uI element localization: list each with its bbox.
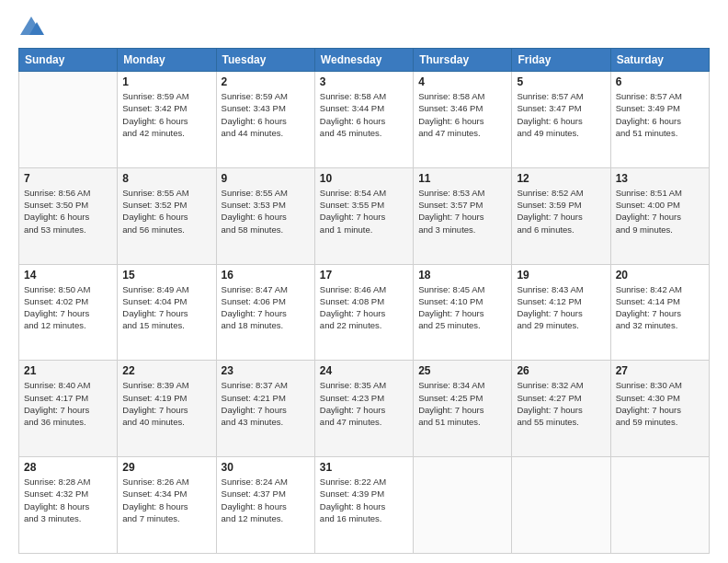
day-number: 1: [122, 75, 210, 88]
calendar-cell: 23Sunrise: 8:37 AM Sunset: 4:21 PM Dayli…: [216, 361, 314, 457]
calendar-cell: 14Sunrise: 8:50 AM Sunset: 4:02 PM Dayli…: [19, 264, 118, 361]
logo: [18, 15, 48, 40]
calendar-cell: 15Sunrise: 8:49 AM Sunset: 4:04 PM Dayli…: [118, 264, 216, 361]
day-info: Sunrise: 8:30 AM Sunset: 4:30 PM Dayligh…: [616, 379, 704, 428]
day-number: 31: [320, 461, 408, 474]
day-info: Sunrise: 8:58 AM Sunset: 3:46 PM Dayligh…: [418, 90, 506, 139]
day-info: Sunrise: 8:32 AM Sunset: 4:27 PM Dayligh…: [517, 379, 605, 428]
day-info: Sunrise: 8:53 AM Sunset: 3:57 PM Dayligh…: [418, 187, 506, 236]
day-number: 24: [320, 364, 408, 377]
calendar-header-tuesday: Tuesday: [216, 49, 314, 72]
day-number: 25: [418, 364, 506, 377]
calendar-cell: 24Sunrise: 8:35 AM Sunset: 4:23 PM Dayli…: [314, 361, 413, 457]
day-info: Sunrise: 8:40 AM Sunset: 4:17 PM Dayligh…: [24, 379, 112, 428]
day-info: Sunrise: 8:58 AM Sunset: 3:44 PM Dayligh…: [320, 90, 408, 139]
day-number: 9: [222, 172, 310, 185]
calendar-cell: 29Sunrise: 8:26 AM Sunset: 4:34 PM Dayli…: [118, 457, 216, 554]
day-number: 2: [222, 75, 310, 88]
day-info: Sunrise: 8:42 AM Sunset: 4:14 PM Dayligh…: [616, 283, 704, 332]
day-info: Sunrise: 8:50 AM Sunset: 4:02 PM Dayligh…: [24, 283, 112, 332]
day-info: Sunrise: 8:51 AM Sunset: 4:00 PM Dayligh…: [616, 187, 704, 236]
day-info: Sunrise: 8:57 AM Sunset: 3:49 PM Dayligh…: [616, 90, 704, 139]
calendar-header-row: SundayMondayTuesdayWednesdayThursdayFrid…: [19, 49, 710, 72]
day-number: 13: [616, 172, 704, 185]
calendar-cell: 27Sunrise: 8:30 AM Sunset: 4:30 PM Dayli…: [610, 361, 709, 457]
day-number: 30: [222, 461, 310, 474]
calendar-header-monday: Monday: [118, 49, 216, 72]
day-number: 10: [320, 172, 408, 185]
calendar-cell: [19, 72, 118, 168]
calendar-cell: 21Sunrise: 8:40 AM Sunset: 4:17 PM Dayli…: [19, 361, 118, 457]
day-info: Sunrise: 8:57 AM Sunset: 3:47 PM Dayligh…: [517, 90, 605, 139]
day-number: 19: [517, 269, 605, 282]
calendar-cell: 10Sunrise: 8:54 AM Sunset: 3:55 PM Dayli…: [314, 167, 413, 264]
calendar-cell: 7Sunrise: 8:56 AM Sunset: 3:50 PM Daylig…: [19, 167, 118, 264]
calendar-cell: [414, 457, 512, 554]
calendar-cell: 25Sunrise: 8:34 AM Sunset: 4:25 PM Dayli…: [414, 361, 512, 457]
calendar-cell: 8Sunrise: 8:55 AM Sunset: 3:52 PM Daylig…: [118, 167, 216, 264]
day-info: Sunrise: 8:49 AM Sunset: 4:04 PM Dayligh…: [122, 283, 210, 332]
day-number: 20: [616, 269, 704, 282]
calendar-cell: 4Sunrise: 8:58 AM Sunset: 3:46 PM Daylig…: [414, 72, 512, 168]
calendar-header-thursday: Thursday: [414, 49, 512, 72]
day-number: 3: [320, 75, 408, 88]
day-number: 21: [24, 364, 112, 377]
day-info: Sunrise: 8:34 AM Sunset: 4:25 PM Dayligh…: [418, 379, 506, 428]
calendar-cell: 31Sunrise: 8:22 AM Sunset: 4:39 PM Dayli…: [314, 457, 413, 554]
calendar-cell: 3Sunrise: 8:58 AM Sunset: 3:44 PM Daylig…: [314, 72, 413, 168]
day-number: 12: [517, 172, 605, 185]
calendar-cell: 16Sunrise: 8:47 AM Sunset: 4:06 PM Dayli…: [216, 264, 314, 361]
calendar-cell: 30Sunrise: 8:24 AM Sunset: 4:37 PM Dayli…: [216, 457, 314, 554]
calendar-cell: 28Sunrise: 8:28 AM Sunset: 4:32 PM Dayli…: [19, 457, 118, 554]
logo-icon: [18, 15, 44, 40]
calendar-cell: 9Sunrise: 8:55 AM Sunset: 3:53 PM Daylig…: [216, 167, 314, 264]
day-info: Sunrise: 8:55 AM Sunset: 3:52 PM Dayligh…: [122, 187, 210, 236]
calendar-cell: 22Sunrise: 8:39 AM Sunset: 4:19 PM Dayli…: [118, 361, 216, 457]
calendar-cell: 26Sunrise: 8:32 AM Sunset: 4:27 PM Dayli…: [512, 361, 610, 457]
day-number: 4: [418, 75, 506, 88]
calendar-header-wednesday: Wednesday: [314, 49, 413, 72]
day-number: 8: [122, 172, 210, 185]
calendar-week-4: 21Sunrise: 8:40 AM Sunset: 4:17 PM Dayli…: [19, 361, 710, 457]
day-info: Sunrise: 8:46 AM Sunset: 4:08 PM Dayligh…: [320, 283, 408, 332]
calendar-cell: 13Sunrise: 8:51 AM Sunset: 4:00 PM Dayli…: [610, 167, 709, 264]
calendar-header-sunday: Sunday: [19, 49, 118, 72]
day-number: 5: [517, 75, 605, 88]
calendar-cell: 2Sunrise: 8:59 AM Sunset: 3:43 PM Daylig…: [216, 72, 314, 168]
day-number: 23: [222, 364, 310, 377]
calendar-week-3: 14Sunrise: 8:50 AM Sunset: 4:02 PM Dayli…: [19, 264, 710, 361]
day-info: Sunrise: 8:26 AM Sunset: 4:34 PM Dayligh…: [122, 476, 210, 524]
day-info: Sunrise: 8:37 AM Sunset: 4:21 PM Dayligh…: [222, 379, 310, 428]
day-info: Sunrise: 8:55 AM Sunset: 3:53 PM Dayligh…: [222, 187, 310, 236]
calendar-week-1: 1Sunrise: 8:59 AM Sunset: 3:42 PM Daylig…: [19, 72, 710, 168]
calendar-cell: 1Sunrise: 8:59 AM Sunset: 3:42 PM Daylig…: [118, 72, 216, 168]
calendar-cell: 11Sunrise: 8:53 AM Sunset: 3:57 PM Dayli…: [414, 167, 512, 264]
day-number: 27: [616, 364, 704, 377]
day-info: Sunrise: 8:52 AM Sunset: 3:59 PM Dayligh…: [517, 187, 605, 236]
calendar-cell: [610, 457, 709, 554]
calendar-week-2: 7Sunrise: 8:56 AM Sunset: 3:50 PM Daylig…: [19, 167, 710, 264]
day-number: 17: [320, 269, 408, 282]
day-number: 11: [418, 172, 506, 185]
day-number: 22: [122, 364, 210, 377]
day-info: Sunrise: 8:28 AM Sunset: 4:32 PM Dayligh…: [24, 476, 112, 524]
day-number: 14: [24, 269, 112, 282]
day-number: 7: [24, 172, 112, 185]
calendar-cell: 19Sunrise: 8:43 AM Sunset: 4:12 PM Dayli…: [512, 264, 610, 361]
day-info: Sunrise: 8:22 AM Sunset: 4:39 PM Dayligh…: [320, 476, 408, 524]
day-info: Sunrise: 8:35 AM Sunset: 4:23 PM Dayligh…: [320, 379, 408, 428]
day-number: 29: [122, 461, 210, 474]
day-info: Sunrise: 8:59 AM Sunset: 3:42 PM Dayligh…: [122, 90, 210, 139]
calendar-table: SundayMondayTuesdayWednesdayThursdayFrid…: [18, 48, 710, 554]
calendar-header-saturday: Saturday: [610, 49, 709, 72]
header: [18, 15, 710, 40]
calendar-cell: 5Sunrise: 8:57 AM Sunset: 3:47 PM Daylig…: [512, 72, 610, 168]
day-info: Sunrise: 8:54 AM Sunset: 3:55 PM Dayligh…: [320, 187, 408, 236]
calendar-header-friday: Friday: [512, 49, 610, 72]
day-info: Sunrise: 8:59 AM Sunset: 3:43 PM Dayligh…: [222, 90, 310, 139]
day-number: 18: [418, 269, 506, 282]
calendar-cell: 6Sunrise: 8:57 AM Sunset: 3:49 PM Daylig…: [610, 72, 709, 168]
day-info: Sunrise: 8:45 AM Sunset: 4:10 PM Dayligh…: [418, 283, 506, 332]
day-number: 26: [517, 364, 605, 377]
calendar-cell: 18Sunrise: 8:45 AM Sunset: 4:10 PM Dayli…: [414, 264, 512, 361]
